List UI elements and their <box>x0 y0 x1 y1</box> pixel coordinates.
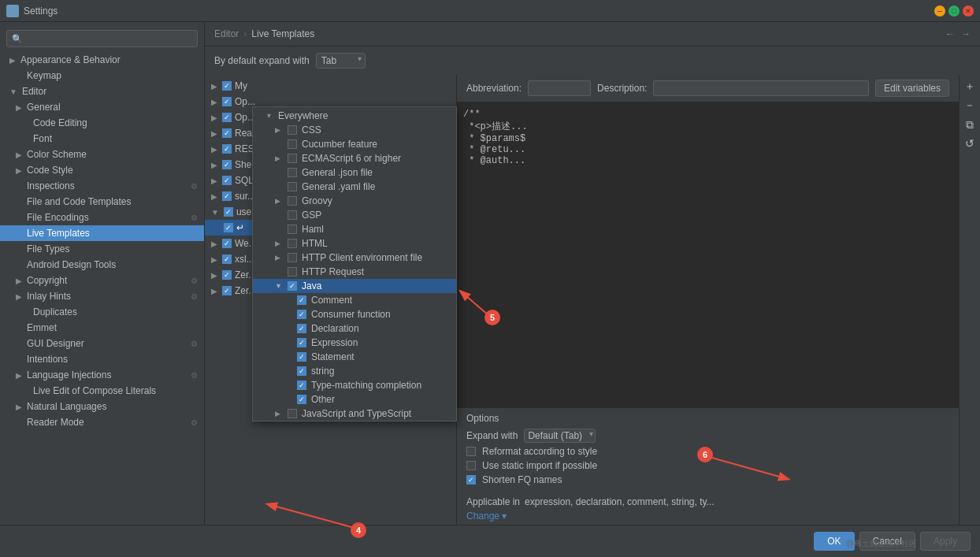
dd-json-file[interactable]: ▶ General .json file <box>253 165 456 180</box>
group-checkbox-rea[interactable] <box>222 128 232 138</box>
sidebar-item-live-edit-compose[interactable]: Live Edit of Compose Literals <box>0 383 204 399</box>
dd-checkbox-java-declaration[interactable] <box>297 324 306 333</box>
dd-java-other[interactable]: ▶ Other <box>253 392 456 407</box>
dd-json[interactable]: ▶ JSON <box>253 421 456 421</box>
group-checkbox-op1[interactable] <box>222 97 232 106</box>
dd-gsp[interactable]: ▶ GSP <box>253 208 456 222</box>
group-checkbox-we[interactable] <box>222 239 232 248</box>
change-link[interactable]: Change ▾ <box>466 511 507 522</box>
dd-yaml-file[interactable]: ▶ General .yaml file <box>253 180 456 194</box>
shorten-fq-checkbox[interactable] <box>466 475 476 485</box>
sidebar-item-intentions[interactable]: Intentions <box>0 351 204 367</box>
sidebar-item-gui-designer[interactable]: GUI Designer ⚙ <box>0 336 204 351</box>
group-checkbox-res[interactable] <box>222 144 232 154</box>
sidebar-item-language-injections[interactable]: ▶ Language Injections ⚙ <box>0 367 204 383</box>
restore-template-button[interactable]: ↺ <box>961 135 978 152</box>
abbreviation-input[interactable] <box>528 80 591 96</box>
static-import-checkbox[interactable] <box>466 461 476 470</box>
sidebar-item-keymap[interactable]: Keymap <box>0 68 204 84</box>
dd-checkbox-java[interactable] <box>288 281 297 291</box>
dd-http-client-env[interactable]: ▶ HTTP Client environment file <box>253 251 456 265</box>
dd-checkbox-java-consumer[interactable] <box>297 310 306 319</box>
dd-checkbox-http-request[interactable] <box>288 267 297 277</box>
dd-checkbox-groovy[interactable] <box>288 196 297 206</box>
dd-css[interactable]: ▶ CSS <box>253 123 456 137</box>
item-checkbox-selected[interactable] <box>224 223 233 232</box>
dd-checkbox-cucumber[interactable] <box>288 139 297 149</box>
template-text-area[interactable]: /** *<p>描述... * $params$ * @retu... * @a… <box>457 102 959 407</box>
remove-template-button[interactable]: － <box>961 97 978 114</box>
dd-ecma6[interactable]: ▶ ECMAScript 6 or higher <box>253 151 456 165</box>
dd-js-ts[interactable]: ▶ JavaScript and TypeScript <box>253 407 456 421</box>
group-checkbox-zer1[interactable] <box>222 270 232 280</box>
minimize-button[interactable]: ─ <box>934 6 945 17</box>
dd-checkbox-ecma6[interactable] <box>288 154 297 163</box>
group-checkbox-op2[interactable] <box>222 113 232 122</box>
dd-java-comment[interactable]: ▶ Comment <box>253 293 456 307</box>
dd-checkbox-css[interactable] <box>288 125 297 135</box>
sidebar-item-editor[interactable]: ▼ Editor <box>0 84 204 99</box>
maximize-button[interactable]: □ <box>948 6 960 17</box>
sidebar-item-general[interactable]: ▶ General <box>0 99 204 115</box>
breadcrumb-forward-btn[interactable]: → <box>961 28 971 39</box>
dd-checkbox-html[interactable] <box>288 239 297 248</box>
sidebar-item-emmet[interactable]: Emmet <box>0 320 204 336</box>
dd-cucumber[interactable]: ▶ Cucumber feature <box>253 137 456 151</box>
dd-checkbox-http-client-env[interactable] <box>288 253 297 262</box>
dd-checkbox-js-ts[interactable] <box>288 409 297 418</box>
dd-http-request[interactable]: ▶ HTTP Request <box>253 265 456 279</box>
sidebar-item-file-code-templates[interactable]: File and Code Templates <box>0 194 204 210</box>
group-checkbox-use[interactable] <box>224 207 233 217</box>
group-checkbox-my[interactable] <box>222 81 232 91</box>
copy-template-button[interactable]: ⧉ <box>961 116 978 133</box>
sidebar-item-inlay-hints[interactable]: ▶ Inlay Hints ⚙ <box>0 288 204 304</box>
sidebar-item-android-design[interactable]: Android Design Tools <box>0 257 204 273</box>
sidebar-item-natural-languages[interactable]: ▶ Natural Languages <box>0 399 204 414</box>
dd-java-consumer[interactable]: ▶ Consumer function <box>253 307 456 321</box>
search-box[interactable]: 🔍 <box>6 30 198 47</box>
sidebar-item-file-types[interactable]: File Types <box>0 241 204 257</box>
add-template-button[interactable]: ＋ <box>961 78 978 95</box>
dd-checkbox-java-type-matching[interactable] <box>297 381 306 390</box>
dd-checkbox-java-statement[interactable] <box>297 352 306 362</box>
group-checkbox-sql[interactable] <box>222 176 232 185</box>
dd-java-string[interactable]: ▶ string <box>253 364 456 378</box>
search-input[interactable] <box>26 33 192 44</box>
dd-checkbox-haml[interactable] <box>288 225 297 234</box>
sidebar-item-font[interactable]: Font <box>0 131 204 147</box>
breadcrumb-back-btn[interactable]: ← <box>945 28 955 39</box>
group-checkbox-xsl[interactable] <box>222 254 232 264</box>
dd-java-statement[interactable]: ▶ Statement <box>253 350 456 364</box>
dd-checkbox-java-expression[interactable] <box>297 338 306 347</box>
sidebar-item-duplicates[interactable]: Duplicates <box>0 304 204 320</box>
dd-checkbox-yaml-file[interactable] <box>288 182 297 191</box>
sidebar-item-appearance[interactable]: ▶ Appearance & Behavior <box>0 52 204 68</box>
expand-with-option-select[interactable]: Default (Tab) Tab Enter Space <box>524 429 596 443</box>
dd-java-type-matching[interactable]: ▶ Type-matching completion <box>253 378 456 392</box>
description-input[interactable] <box>653 80 869 96</box>
group-checkbox-zer2[interactable] <box>222 286 232 295</box>
sidebar-item-color-scheme[interactable]: ▶ Color Scheme <box>0 147 204 162</box>
dd-groovy[interactable]: ▶ Groovy <box>253 194 456 208</box>
dd-haml[interactable]: ▶ Haml <box>253 222 456 236</box>
dd-checkbox-json-file[interactable] <box>288 168 297 177</box>
dd-everywhere[interactable]: ▼ Everywhere <box>253 109 456 123</box>
dd-java[interactable]: ▼ Java <box>253 279 456 293</box>
sidebar-item-live-templates[interactable]: Live Templates <box>0 225 204 241</box>
sidebar-item-code-style[interactable]: ▶ Code Style <box>0 162 204 178</box>
dd-checkbox-java-string[interactable] <box>297 366 306 376</box>
sidebar-item-inspections[interactable]: Inspections ⚙ <box>0 178 204 194</box>
sidebar-item-reader-mode[interactable]: Reader Mode ⚙ <box>0 414 204 430</box>
close-button[interactable]: ✕ <box>963 6 974 17</box>
expand-with-select[interactable]: Tab Enter Space <box>316 53 366 69</box>
apply-button[interactable]: Apply <box>920 532 971 551</box>
group-checkbox-she[interactable] <box>222 160 232 169</box>
sidebar-item-file-encodings[interactable]: File Encodings ⚙ <box>0 210 204 225</box>
group-checkbox-sur[interactable] <box>222 191 232 201</box>
dd-checkbox-gsp[interactable] <box>288 210 297 220</box>
sidebar-item-code-editing[interactable]: Code Editing <box>0 115 204 131</box>
dd-java-expression[interactable]: ▶ Expression <box>253 336 456 350</box>
dd-html[interactable]: ▶ HTML <box>253 236 456 251</box>
dd-java-declaration[interactable]: ▶ Declaration <box>253 321 456 336</box>
reformat-checkbox[interactable] <box>466 447 476 456</box>
